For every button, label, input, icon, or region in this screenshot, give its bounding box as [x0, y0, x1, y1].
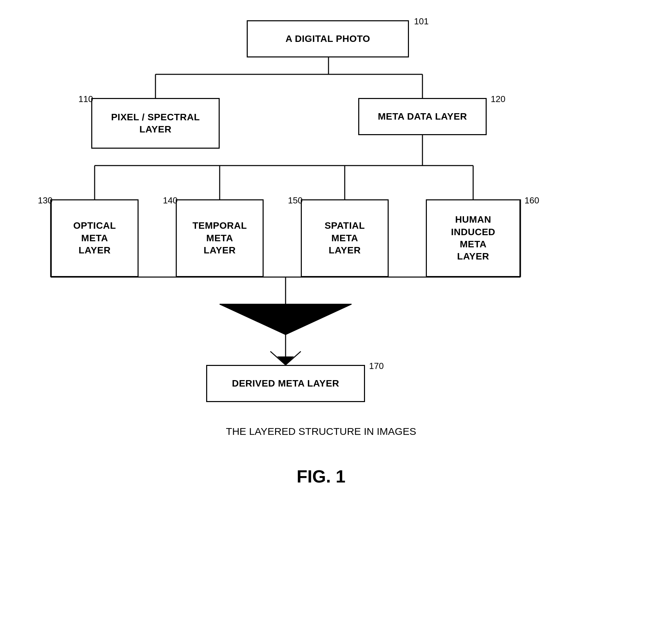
ref-170: 170	[369, 361, 384, 371]
node-pixel-spectral: PIXEL / SPECTRAL LAYER	[91, 98, 220, 149]
svg-line-12	[220, 304, 286, 335]
figure-label: FIG. 1	[135, 466, 507, 486]
connectors-svg	[0, 0, 657, 644]
node-optical-meta: OPTICAL META LAYER	[51, 199, 139, 277]
node-meta-data: META DATA LAYER	[358, 98, 487, 135]
node-spatial-meta: SPATIAL META LAYER	[301, 199, 389, 277]
svg-marker-17	[220, 304, 352, 335]
diagram-container: A DIGITAL PHOTO 101 PIXEL / SPECTRAL LAY…	[0, 0, 657, 644]
ref-120: 120	[491, 94, 505, 105]
diagram-caption: THE LAYERED STRUCTURE IN IMAGES	[135, 426, 507, 437]
node-temporal-meta: TEMPORAL META LAYER	[176, 199, 264, 277]
ref-150: 150	[288, 195, 302, 206]
node-digital-photo: A DIGITAL PHOTO	[247, 20, 409, 58]
svg-line-15	[270, 351, 286, 365]
svg-marker-18	[277, 356, 294, 365]
ref-110: 110	[78, 94, 93, 105]
node-derived-meta: DERIVED META LAYER	[206, 365, 365, 402]
ref-140: 140	[163, 195, 177, 206]
ref-130: 130	[38, 195, 52, 206]
svg-line-13	[286, 304, 352, 335]
ref-101: 101	[414, 16, 429, 27]
node-human-induced: HUMAN INDUCED META LAYER	[426, 199, 520, 277]
svg-line-16	[286, 351, 301, 365]
ref-160: 160	[524, 195, 539, 206]
